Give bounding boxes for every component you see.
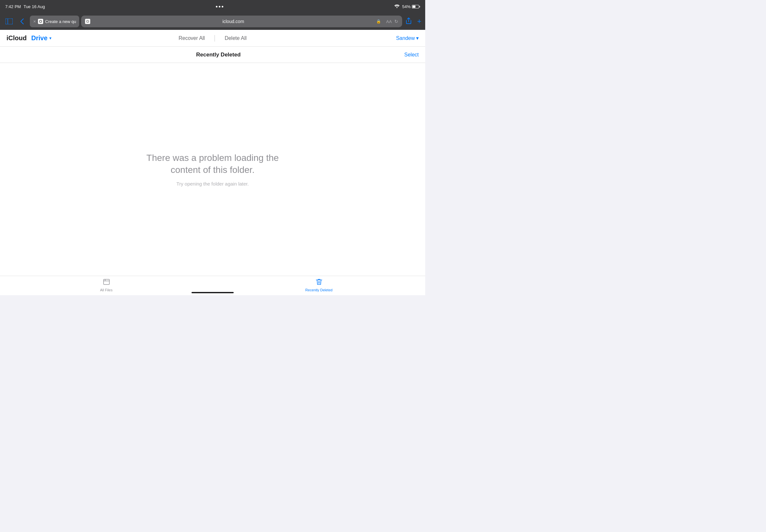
header-right: Sandew ▾ [354,35,419,41]
recently-deleted-tab[interactable]: Recently Deleted [213,278,425,293]
page-title: Recently Deleted [32,52,405,58]
app-header: iCloud Drive ▾ Recover All Delete All Sa… [0,30,425,47]
inactive-tab[interactable]: ✕ Create a new qu [30,16,79,27]
new-tab-button[interactable]: + [417,17,421,26]
status-bar-center [216,6,223,7]
header-center: Recover All Delete All [71,35,354,42]
user-name: Sandew [396,35,415,41]
status-bar: 7:42 PM Tue 16 Aug 54% [0,0,425,13]
main-content: There was a problem loading the content … [0,63,425,276]
aa-button[interactable]: AA [386,19,392,24]
browser-chrome: ✕ Create a new qu icloud.com 🔒 [0,13,425,30]
date-display: Tue 16 Aug [23,4,45,9]
browser-actions: + [406,17,421,26]
svg-point-7 [87,21,88,22]
status-bar-right: 54% [395,4,420,9]
all-files-icon [103,278,110,287]
app-title-area[interactable]: iCloud Drive ▾ [6,34,71,42]
inactive-tab-title: Create a new qu [45,19,76,24]
all-files-tab[interactable]: All Files [0,278,213,293]
tab-favicon [38,19,43,24]
header-divider [214,35,215,42]
select-button[interactable]: Select [405,52,419,58]
tabs-area: ✕ Create a new qu icloud.com 🔒 [30,16,402,27]
user-menu-button[interactable]: Sandew ▾ [396,35,419,41]
battery-display: 54% [402,4,420,9]
refresh-button[interactable]: ↻ [395,19,398,24]
home-indicator [191,292,234,293]
dot-1 [216,6,217,7]
app-title-drive: Drive [31,34,47,42]
page-title-row: Recently Deleted Select [0,47,425,63]
url-bar[interactable]: icloud.com 🔒 AA ↻ [81,16,402,27]
error-title: There was a problem loading the content … [138,152,287,176]
active-tab-favicon [85,19,90,24]
browser-back-button[interactable] [18,17,27,26]
wifi-icon [395,4,400,9]
svg-rect-8 [103,279,109,284]
url-display: icloud.com [93,19,373,24]
battery-icon [412,5,420,8]
error-subtitle: Try opening the folder again later. [176,181,249,187]
bottom-tab-bar: All Files Recently Deleted [0,276,425,295]
battery-percent: 54% [402,4,411,9]
svg-point-4 [40,21,42,22]
delete-all-button[interactable]: Delete All [225,35,247,41]
sidebar-toggle-button[interactable] [4,16,14,27]
dot-3 [222,6,223,7]
app-title-icloud: iCloud [6,34,27,42]
recently-deleted-icon [316,278,322,287]
recover-all-button[interactable]: Recover All [178,35,205,41]
user-chevron-icon: ▾ [416,35,419,41]
lock-icon: 🔒 [376,19,381,24]
dot-2 [219,6,220,7]
recently-deleted-label: Recently Deleted [305,288,333,292]
status-bar-left: 7:42 PM Tue 16 Aug [5,4,45,9]
time-display: 7:42 PM [5,4,21,9]
svg-rect-0 [6,18,13,24]
drive-chevron-icon: ▾ [49,36,52,41]
all-files-label: All Files [100,288,113,292]
tab-close-icon[interactable]: ✕ [33,19,36,24]
share-button[interactable] [406,17,412,26]
